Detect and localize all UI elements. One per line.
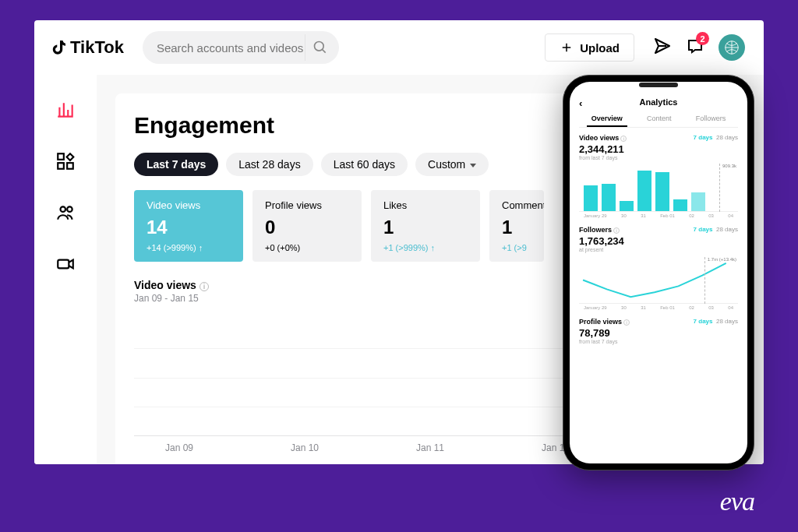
phone-section-profile-views: Profile viewsi 7 days 28 days 78,789 fro… [579,318,738,344]
stat-video-views[interactable]: Video views 14 +14 (>999%) ↑ [134,190,243,262]
back-icon[interactable]: ‹ [579,97,582,109]
phone-section-label: Followersi [579,226,620,234]
stat-value: 1 [383,217,468,238]
people-icon[interactable] [55,203,76,226]
inbox-badge: 2 [696,32,709,45]
stat-comments[interactable]: Comments 1 +1 (>9 [489,190,544,262]
search-button[interactable] [305,34,336,61]
plus-icon [560,41,574,55]
tiktok-logo[interactable]: TikTok [37,37,124,58]
range-60d[interactable]: Last 60 days [321,153,408,176]
phone-range-7d[interactable]: 7 days [694,318,713,325]
header-icons: 2 [653,34,745,61]
phone-section-followers: Followersi 7 days 28 days 1,763,234 at p… [579,226,738,310]
x-tick: Jan 10 [291,442,319,453]
phone-title: ‹ Analytics [579,97,738,107]
phone-screen: ‹ Analytics Overview Content Followers V… [570,82,747,463]
stat-delta: +1 (>999%) ↑ [383,243,468,252]
phone-subtext: from last 7 days [579,339,738,344]
stat-label: Profile views [265,199,349,211]
video-icon[interactable] [55,254,76,277]
range-custom[interactable]: Custom [415,153,489,176]
svg-rect-5 [67,163,73,169]
sidebar [34,75,97,464]
svg-rect-8 [58,260,69,269]
phone-section-label: Video viewsi [579,134,627,142]
info-icon[interactable]: i [200,282,209,291]
svg-rect-3 [58,153,64,160]
tiktok-icon [50,38,69,57]
stat-profile-views[interactable]: Profile views 0 +0 (+0%) [252,190,362,262]
phone-section-label: Profile viewsi [579,318,630,326]
stat-label: Likes [383,199,468,211]
svg-line-1 [323,50,326,53]
stat-value: 14 [147,217,231,238]
phone-subtext: at present [579,247,738,252]
phone-section-video-views: Video viewsi 7 days 28 days 2,344,211 fr… [579,134,738,218]
phone-range-7d[interactable]: 7 days [694,226,713,233]
x-tick: Jan 11 [416,442,444,453]
phone-range-28d[interactable]: 28 days [716,134,738,141]
phone-x-ticks: January 29 30 31 Feb 01 02 03 04 [579,305,738,310]
stat-delta: +14 (>999%) ↑ [147,243,231,252]
stat-label: Comments [502,199,531,211]
phone-peak-label: 909.3k [719,164,736,212]
avatar[interactable] [719,34,745,61]
stat-delta: +1 (>9 [502,243,531,252]
stat-delta: +0 (+0%) [265,243,349,252]
phone-big-value: 2,344,211 [579,143,738,155]
svg-point-7 [67,206,72,212]
phone-big-value: 1,763,234 [579,235,738,247]
phone-big-value: 78,789 [579,327,738,339]
stat-label: Video views [147,199,231,211]
phone-end-label: 1.7m (+13.4k) [704,257,736,304]
phone-tabs: Overview Content Followers [579,111,738,128]
send-icon[interactable] [653,37,672,58]
top-bar: TikTok Upload 2 [34,20,764,75]
phone-tab-followers[interactable]: Followers [691,111,731,127]
phone-line-chart: 1.7m (+13.4k) [579,259,738,304]
phone-mockup: ‹ Analytics Overview Content Followers V… [563,75,754,470]
search-bar[interactable] [143,31,339,64]
logo-text: TikTok [70,37,124,58]
analytics-icon[interactable] [55,100,76,123]
phone-range-28d[interactable]: 28 days [716,226,738,233]
svg-point-6 [61,206,66,212]
range-28d[interactable]: Last 28 days [226,153,312,176]
stat-likes[interactable]: Likes 1 +1 (>999%) ↑ [371,190,480,262]
phone-range-28d[interactable]: 28 days [716,318,738,325]
stat-value: 1 [502,217,531,238]
phone-x-ticks: January 29 30 31 Feb 01 02 03 04 [579,213,738,218]
x-tick: Jan 09 [165,442,193,453]
svg-point-0 [315,42,324,51]
phone-tab-overview[interactable]: Overview [587,111,627,127]
phone-subtext: from last 7 days [579,155,738,160]
upload-button[interactable]: Upload [545,33,634,62]
range-7d[interactable]: Last 7 days [134,153,218,176]
watermark: eva [720,487,754,516]
svg-rect-4 [58,163,64,169]
search-input[interactable] [157,41,305,55]
phone-bar-chart: 909.3k [579,167,738,212]
inbox-icon[interactable]: 2 [686,37,704,58]
phone-tab-content[interactable]: Content [642,111,676,127]
apps-icon[interactable] [55,151,76,174]
stat-value: 0 [265,217,349,238]
upload-label: Upload [580,41,620,55]
search-icon [312,40,328,55]
phone-range-7d[interactable]: 7 days [694,134,713,141]
